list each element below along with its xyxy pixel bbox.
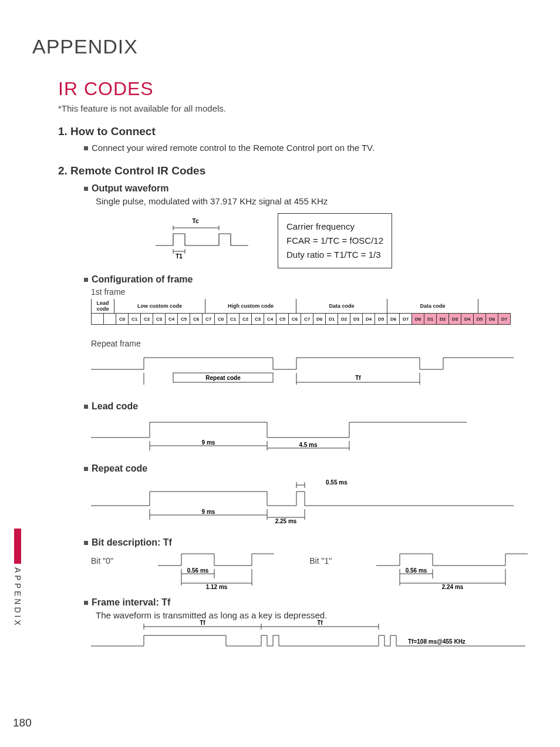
bit1-diagram: 0.56 ms 2.24 ms xyxy=(376,550,528,591)
svg-text:Repeat  code: Repeat code xyxy=(205,375,241,381)
svg-text:4.5 ms: 4.5 ms xyxy=(299,442,318,448)
sub-bit: Bit description: Tf xyxy=(84,537,528,548)
svg-text:0.55 ms: 0.55 ms xyxy=(326,479,348,486)
bit1-label: Bit "1" xyxy=(309,550,341,591)
svg-text:0.56 ms: 0.56 ms xyxy=(405,567,427,574)
side-accent xyxy=(14,529,21,564)
output-heading: Output waveform xyxy=(92,183,169,193)
config-heading: Configuration of frame xyxy=(92,274,193,284)
bit0-diagram: 0.56 ms 1.12 ms xyxy=(158,550,275,591)
repeat-frame-label: Repeat frame xyxy=(91,339,528,348)
tc-label: Tc xyxy=(193,218,199,224)
side-tab: APPENDIX xyxy=(13,529,22,628)
repeat-frame-diagram: Repeat code Tf xyxy=(91,352,528,389)
sub-output: Output waveform xyxy=(84,183,528,194)
svg-text:1.12 ms: 1.12 ms xyxy=(205,584,227,590)
connect-body: Connect your wired remote control to the… xyxy=(84,143,528,153)
chapter-title: APPENDIX xyxy=(32,35,528,58)
svg-text:Tf: Tf xyxy=(200,620,205,626)
output-body: Single pulse, modulated with 37.917 KHz … xyxy=(96,196,528,206)
sub-lead: Lead code xyxy=(84,401,528,412)
sub-config: Configuration of frame xyxy=(84,274,528,285)
tc-waveform: Tc T1 xyxy=(150,216,249,265)
frame-table-headers: Lead code Low custom code High custom co… xyxy=(91,299,478,313)
frame-diagram: Tf Tf Tf=108 ms@455 KHz xyxy=(91,620,528,658)
bit-row: Bit "0" 0.56 ms 1.12 ms Bit "1" 0.56 ms … xyxy=(91,550,528,591)
svg-text:9 ms: 9 ms xyxy=(202,439,215,446)
svg-text:Tf=108 ms@455 KHz: Tf=108 ms@455 KHz xyxy=(408,638,465,645)
lead-heading: Lead code xyxy=(92,401,138,411)
bit-heading: Bit description: Tf xyxy=(92,537,172,547)
carrier-l1: Carrier frequency xyxy=(286,220,383,234)
svg-text:2.24 ms: 2.24 ms xyxy=(441,584,463,590)
svg-text:0.56 ms: 0.56 ms xyxy=(187,567,208,574)
bit0-label: Bit "0" xyxy=(91,550,123,591)
frame-body: The waveform is transmitted as long as a… xyxy=(96,610,528,620)
carrier-l3: Duty ratio = T1/TC = 1/3 xyxy=(286,248,383,262)
heading-codes: 2. Remote Control IR Codes xyxy=(58,164,528,177)
section-title: IR CODES xyxy=(58,78,528,100)
sub-repeat: Repeat code xyxy=(84,463,528,474)
t1-label: T1 xyxy=(176,253,183,260)
repeat-diagram: 0.55 ms 9 ms 2.25 ms xyxy=(91,476,528,531)
note: *This feature is not available for all m… xyxy=(58,103,528,113)
frame-table-wrap: Lead code Low custom code High custom co… xyxy=(91,299,528,325)
sub-frame: Frame interval: Tf xyxy=(84,597,528,608)
side-text: APPENDIX xyxy=(13,567,22,628)
heading-connect: 1. How to Connect xyxy=(58,125,528,138)
svg-text:Tf: Tf xyxy=(317,620,323,626)
svg-text:9 ms: 9 ms xyxy=(202,509,215,515)
carrier-l2: FCAR = 1/TC = fOSC/12 xyxy=(286,234,383,248)
carrier-box: Carrier frequency FCAR = 1/TC = fOSC/12 … xyxy=(278,213,392,268)
frame-heading: Frame interval: Tf xyxy=(92,597,170,607)
first-frame-label: 1st frame xyxy=(91,287,528,297)
repeat-heading: Repeat code xyxy=(92,463,147,473)
connect-text: Connect your wired remote control to the… xyxy=(92,143,375,153)
svg-text:Tf: Tf xyxy=(355,375,361,381)
page: APPENDIX IR CODES *This feature is not a… xyxy=(0,0,560,747)
svg-text:2.25 ms: 2.25 ms xyxy=(275,518,297,524)
frame-table: C0C1C2C3C4C5C6C7 C0C1C2C3C4C5C6C7 D0D1D2… xyxy=(91,313,511,325)
lead-diagram: 9 ms 4.5 ms xyxy=(91,414,528,457)
page-number: 180 xyxy=(13,716,32,729)
